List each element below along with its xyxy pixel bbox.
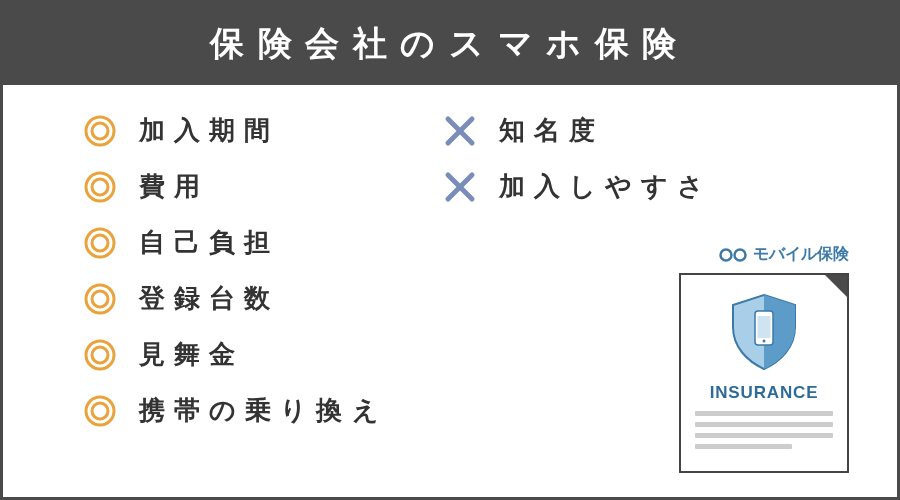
svg-point-7	[92, 291, 108, 307]
svg-point-5	[92, 235, 108, 251]
svg-rect-19	[758, 316, 771, 338]
con-item: 加入しやすさ	[443, 169, 743, 204]
doc-line	[695, 433, 833, 438]
pro-item: 自己負担	[83, 225, 443, 260]
pro-item: 携帯の乗り換え	[83, 393, 443, 428]
document-text-lines	[695, 411, 833, 449]
page-title: 保険会社のスマホ保険	[210, 24, 690, 62]
svg-point-11	[92, 403, 108, 419]
svg-point-2	[86, 173, 114, 201]
double-circle-icon	[83, 170, 117, 204]
pro-label: 自己負担	[139, 225, 279, 260]
svg-point-6	[86, 285, 114, 313]
pros-column: 加入期間 費用 自己負担 登録台数	[83, 113, 443, 477]
pro-item: 登録台数	[83, 281, 443, 316]
header-bar: 保険会社のスマホ保険	[3, 3, 897, 85]
brand-logo: モバイル保険	[719, 244, 849, 265]
pro-label: 見舞金	[139, 337, 244, 372]
svg-point-9	[92, 347, 108, 363]
double-circle-icon	[83, 338, 117, 372]
cross-icon	[443, 114, 477, 148]
brand-badge-area: モバイル保険 INSURANCE	[679, 244, 849, 473]
double-circle-icon	[83, 282, 117, 316]
pro-item: 見舞金	[83, 337, 443, 372]
doc-line	[695, 444, 792, 449]
pro-label: 携帯の乗り換え	[139, 393, 388, 428]
cross-icon	[443, 170, 477, 204]
pro-label: 登録台数	[139, 281, 279, 316]
svg-point-0	[86, 117, 114, 145]
svg-point-20	[763, 340, 766, 343]
pro-label: 費用	[139, 169, 209, 204]
pro-label: 加入期間	[139, 113, 279, 148]
pro-item: 費用	[83, 169, 443, 204]
con-label: 加入しやすさ	[499, 169, 714, 204]
svg-point-10	[86, 397, 114, 425]
svg-point-16	[721, 249, 732, 260]
double-circle-icon	[83, 394, 117, 428]
svg-point-3	[92, 179, 108, 195]
svg-point-1	[92, 123, 108, 139]
con-item: 知名度	[443, 113, 743, 148]
con-label: 知名度	[499, 113, 604, 148]
insurance-card-label: INSURANCE	[710, 383, 819, 403]
svg-point-8	[86, 341, 114, 369]
svg-point-17	[735, 249, 746, 260]
pro-item: 加入期間	[83, 113, 443, 148]
svg-point-4	[86, 229, 114, 257]
doc-line	[695, 411, 833, 416]
content-area: 加入期間 費用 自己負担 登録台数	[3, 85, 897, 497]
doc-line	[695, 422, 833, 427]
infographic-container: 保険会社のスマホ保険 加入期間 費用 自己負担	[0, 0, 900, 500]
infinity-icon	[719, 247, 747, 263]
folded-corner-icon	[825, 275, 847, 297]
shield-phone-icon	[721, 289, 807, 375]
brand-name: モバイル保険	[753, 244, 849, 265]
double-circle-icon	[83, 114, 117, 148]
insurance-document-card: INSURANCE	[679, 273, 849, 473]
double-circle-icon	[83, 226, 117, 260]
